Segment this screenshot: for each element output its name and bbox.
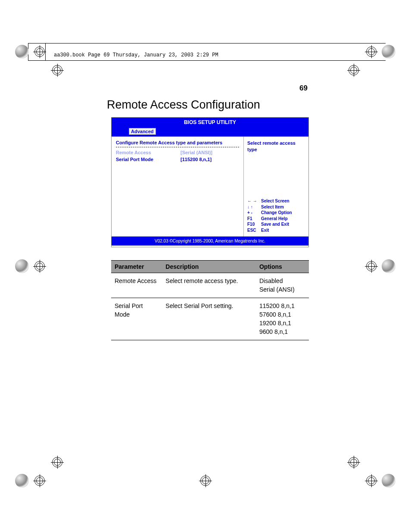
key-sym: ← →	[247, 198, 261, 204]
regmark-top-left-2	[51, 64, 64, 77]
bios-title: BIOS SETUP UTILITY	[112, 118, 308, 127]
rosette-top-left	[15, 45, 29, 59]
bios-tab-advanced: Advanced	[129, 128, 156, 135]
cell-param: Remote Access	[111, 273, 162, 298]
bios-row-serial-port-mode: Serial Port Mode [115200 8,n,1]	[116, 157, 239, 162]
rosette-top-right	[382, 45, 395, 59]
bios-instruction: Configure Remote Access type and paramet…	[116, 140, 239, 145]
rosette-mid-left	[15, 259, 29, 273]
bios-key-legend: ← →Select Screen ↓ ↑Select Item + -Chang…	[247, 198, 292, 233]
regmark-top-left	[33, 45, 46, 58]
regmark-bot-mid	[199, 474, 212, 487]
bios-tab-bar: Advanced	[112, 127, 308, 137]
page-number: 69	[299, 84, 308, 93]
bios-row-label: Remote Access	[116, 150, 181, 155]
key-sym: ↓ ↑	[247, 204, 261, 210]
key-sym: F1	[247, 216, 261, 222]
th-parameter: Parameter	[111, 261, 162, 273]
rosette-bot-left	[15, 474, 29, 488]
key-desc: General Help	[261, 216, 288, 222]
bios-row-value: [115200 8,n,1]	[181, 157, 212, 162]
regmark-bot-left-2	[51, 456, 64, 469]
regmark-bot-left	[33, 474, 46, 487]
regmark-bot-right-2	[347, 456, 360, 469]
key-desc: Save and Exit	[261, 221, 289, 227]
regmark-top-right-inner	[365, 45, 378, 58]
crop-line-top	[28, 43, 386, 44]
regmark-top-right-2	[347, 64, 360, 77]
th-description: Description	[162, 261, 256, 273]
bios-left-pane: Configure Remote Access type and paramet…	[112, 137, 244, 236]
key-sym: F10	[247, 221, 261, 227]
bios-divider	[116, 147, 239, 147]
key-sym: + -	[247, 210, 261, 216]
table-row: Remote Access Select remote access type.…	[111, 273, 309, 298]
parameter-table: Parameter Description Options Remote Acc…	[111, 260, 309, 340]
bios-row-remote-access: Remote Access [Serial (ANSI)]	[116, 150, 239, 155]
regmark-mid-right	[365, 260, 378, 273]
bios-help-text: Select remote access type	[247, 140, 305, 153]
bios-row-label: Serial Port Mode	[116, 157, 181, 162]
rosette-bot-right	[382, 474, 395, 488]
cell-opts: 115200 8,n,1 57600 8,n,1 19200 8,n,1 960…	[256, 298, 309, 340]
cell-desc: Select Serial Port setting.	[162, 298, 256, 340]
table-row: Serial Port Mode Select Serial Port sett…	[111, 298, 309, 340]
section-title: Remote Access Configuration	[107, 98, 260, 112]
bios-footer: V02.03 ©Copyright 1985-2000, American Me…	[112, 236, 308, 246]
bios-row-value: [Serial (ANSI)]	[181, 150, 212, 155]
key-desc: Select Screen	[261, 198, 290, 204]
key-sym: ESC	[247, 227, 261, 233]
regmark-mid-left	[33, 260, 46, 273]
rosette-mid-right	[382, 259, 395, 273]
header-filename: aa300.book Page 69 Thursday, January 23,…	[54, 52, 218, 58]
regmark-bot-right	[365, 474, 378, 487]
cell-param: Serial Port Mode	[111, 298, 162, 340]
key-desc: Change Option	[261, 210, 292, 216]
key-desc: Select Item	[261, 204, 284, 210]
bios-setup-screenshot: BIOS SETUP UTILITY Advanced Configure Re…	[111, 117, 309, 247]
th-options: Options	[256, 261, 309, 273]
bios-right-pane: Select remote access type ← →Select Scre…	[244, 137, 308, 236]
cell-desc: Select remote access type.	[162, 273, 256, 298]
key-desc: Exit	[261, 227, 269, 233]
cell-opts: Disabled Serial (ANSI)	[256, 273, 309, 298]
crop-line-header-bottom	[28, 60, 386, 61]
